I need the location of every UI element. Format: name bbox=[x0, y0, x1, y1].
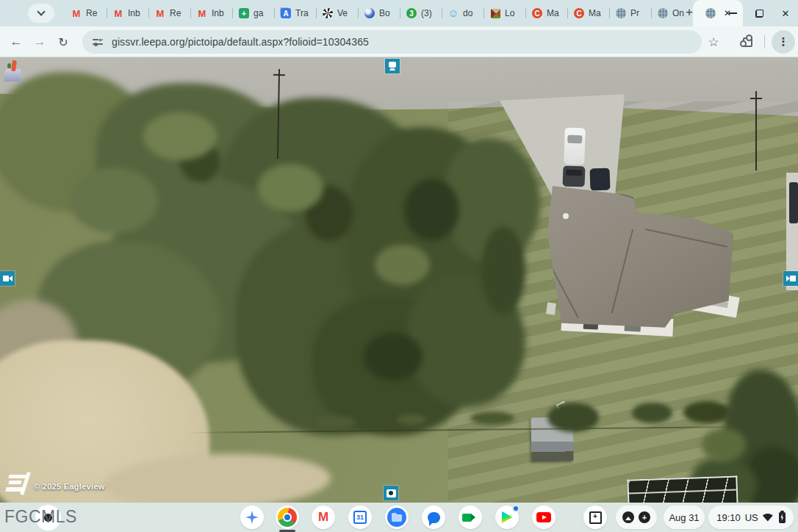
tab-gmail-3[interactable]: MRe bbox=[148, 0, 190, 26]
video-camera-icon bbox=[3, 276, 12, 281]
palm-tree bbox=[702, 428, 746, 461]
bush bbox=[632, 403, 672, 423]
bush bbox=[397, 414, 426, 425]
pan-north-button[interactable] bbox=[385, 59, 400, 73]
gemini-app-button[interactable] bbox=[240, 506, 264, 529]
forward-button[interactable]: → bbox=[31, 33, 48, 51]
youtube-app-button[interactable] bbox=[532, 506, 556, 529]
google-translate-icon: A bbox=[281, 8, 291, 18]
red-c-circle-icon: C bbox=[574, 8, 584, 18]
monitor-icon bbox=[388, 62, 397, 71]
tab-chatgpt[interactable]: Ve bbox=[316, 0, 358, 26]
tab-search-button[interactable] bbox=[28, 4, 54, 23]
files-app-button[interactable] bbox=[385, 506, 409, 529]
tab-label: ga bbox=[254, 8, 263, 18]
meet-app-button[interactable] bbox=[459, 506, 482, 529]
browser-toolbar: ← → ↻ gissvr.leepa.org/pictoipa/default.… bbox=[0, 26, 798, 57]
tab-sheets[interactable]: +ga bbox=[232, 0, 274, 26]
youtube-icon bbox=[536, 512, 551, 522]
calendar-app-button[interactable]: 31 bbox=[348, 506, 372, 529]
browser-menu-button[interactable]: ⋮ bbox=[772, 30, 795, 54]
tree-highlight bbox=[70, 168, 158, 234]
blue-smiley-icon: ☺ bbox=[447, 7, 459, 19]
tab-label: Ma bbox=[547, 8, 559, 18]
bookmark-star-button[interactable]: ☆ bbox=[705, 33, 722, 51]
gmail-icon: M bbox=[196, 7, 208, 19]
roof-vent bbox=[563, 213, 569, 219]
gmail-icon: M bbox=[154, 7, 166, 19]
date-tray[interactable]: Aug 31 bbox=[664, 506, 705, 529]
status-tray[interactable]: 19:10 US bbox=[708, 506, 794, 529]
tab-red-c-2[interactable]: CMa bbox=[567, 0, 609, 26]
tree-shadow bbox=[481, 226, 525, 314]
gmail-app-button[interactable]: M bbox=[312, 506, 335, 529]
neighbor-car bbox=[789, 182, 798, 223]
minimize-icon bbox=[729, 12, 737, 14]
tab-cube[interactable]: Lo bbox=[484, 0, 525, 26]
new-tab-button[interactable]: + bbox=[680, 3, 699, 22]
date-text: Aug 31 bbox=[669, 512, 699, 523]
extensions-button[interactable] bbox=[738, 33, 756, 51]
compass-icon[interactable] bbox=[3, 60, 24, 82]
copyright-text: © 2025 Eagleview bbox=[34, 482, 105, 491]
notification-tray[interactable]: + bbox=[616, 506, 657, 529]
pool-screen-enclosure bbox=[627, 475, 738, 503]
utility-pole bbox=[755, 91, 757, 170]
tab-label: do bbox=[463, 8, 472, 18]
close-window-button[interactable]: ✕ bbox=[780, 8, 791, 18]
site-settings-icon[interactable] bbox=[93, 37, 103, 47]
aerial-map-viewport[interactable]: © 2025 Eagleview bbox=[0, 57, 798, 503]
pan-south-button[interactable] bbox=[384, 486, 398, 500]
tab-smiley[interactable]: ☺do bbox=[442, 0, 484, 26]
tree-highlight bbox=[375, 245, 430, 285]
tab-label: Inb bbox=[128, 8, 140, 18]
chrome-app-button[interactable] bbox=[276, 506, 299, 529]
messages-app-button[interactable] bbox=[422, 506, 445, 529]
tab-gmail-2[interactable]: MInb bbox=[107, 0, 148, 26]
toolbar-divider bbox=[764, 35, 765, 48]
globe-icon bbox=[705, 8, 716, 18]
tree-shadow bbox=[404, 179, 459, 241]
mls-watermark: FGCMLS bbox=[4, 507, 77, 527]
pan-east-button[interactable] bbox=[783, 271, 798, 286]
ac-pad bbox=[546, 302, 556, 315]
tab-strip: MRe MInb MRe MInb +ga ATra Ve Bo 3(3) ☺d… bbox=[65, 0, 743, 26]
restore-button[interactable] bbox=[754, 8, 764, 18]
play-store-app-button[interactable] bbox=[495, 506, 519, 529]
tab-red-c-1[interactable]: CMa bbox=[525, 0, 567, 26]
white-car bbox=[564, 128, 586, 165]
tab-gmail-4[interactable]: MInb bbox=[190, 0, 232, 26]
reload-button[interactable]: ↻ bbox=[54, 33, 72, 51]
restore-icon bbox=[755, 10, 763, 18]
address-bar[interactable]: gissvr.leepa.org/pictoipa/default.aspx?f… bbox=[82, 30, 702, 54]
tab-label: Bo bbox=[379, 8, 390, 18]
globe-icon bbox=[616, 8, 626, 18]
tab-label: Ma bbox=[589, 8, 601, 18]
tree-highlight bbox=[257, 164, 323, 212]
tab-label: Ve bbox=[337, 8, 348, 18]
color-cube-icon bbox=[491, 9, 500, 18]
tab-gmail-1[interactable]: MRe bbox=[65, 0, 107, 26]
blue-sphere-icon bbox=[364, 8, 375, 18]
tab-sphere[interactable]: Bo bbox=[358, 0, 400, 26]
tab-globe-pr[interactable]: Pr bbox=[609, 0, 651, 26]
camera-lens-icon bbox=[387, 489, 396, 497]
chromeos-shelf: FGCMLS M 31 + Aug 31 19:10 US bbox=[0, 503, 798, 532]
active-app-indicator bbox=[279, 530, 295, 532]
dark-car bbox=[563, 165, 586, 187]
tab-translate[interactable]: ATra bbox=[274, 0, 316, 26]
tab-count-3[interactable]: 3(3) bbox=[400, 0, 442, 26]
folder-icon bbox=[387, 508, 406, 527]
chevron-down-icon bbox=[37, 7, 45, 15]
screen-capture-button[interactable] bbox=[583, 506, 607, 529]
expand-notifications-icon[interactable] bbox=[622, 511, 634, 523]
chatgpt-knot-icon bbox=[323, 8, 333, 18]
chrome-icon bbox=[278, 508, 297, 527]
battery-charging-icon bbox=[779, 512, 786, 523]
more-notifications-icon[interactable]: + bbox=[639, 511, 650, 523]
pan-west-button[interactable] bbox=[0, 271, 15, 286]
back-button[interactable]: ← bbox=[7, 33, 25, 51]
bush bbox=[547, 403, 599, 432]
minimize-button[interactable] bbox=[727, 8, 738, 18]
url-text[interactable]: gissvr.leepa.org/pictoipa/default.aspx?f… bbox=[112, 36, 369, 48]
